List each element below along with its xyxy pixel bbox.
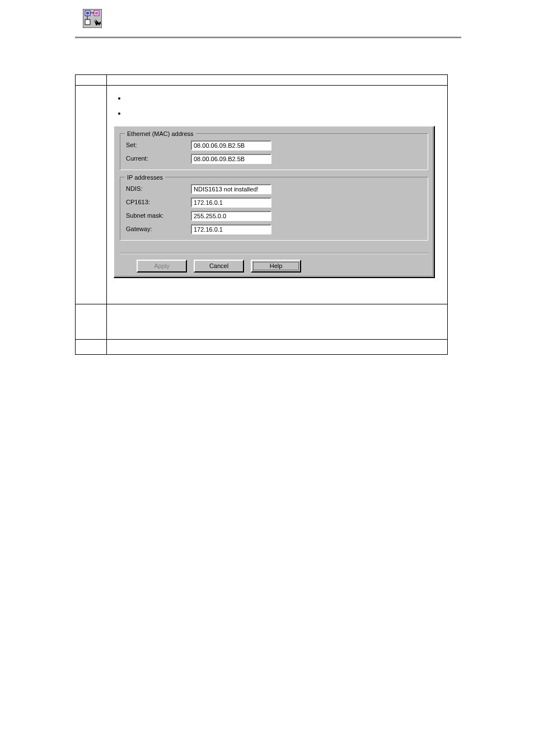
gateway-label: Gateway: (126, 225, 191, 233)
cp1613-input[interactable] (191, 198, 271, 208)
subnet-label: Subnet mask: (126, 212, 191, 220)
bullet-item (126, 93, 441, 103)
apply-button[interactable]: Apply (137, 260, 187, 273)
svg-rect-4 (95, 12, 98, 15)
table-row (76, 340, 447, 354)
table-header-row (76, 75, 447, 86)
ip-group-title: IP addresses (125, 173, 165, 182)
cp1613-label: CP1613: (126, 198, 191, 206)
ndis-label: NDIS: (126, 185, 191, 193)
bullet-item (126, 109, 441, 118)
mac-address-group: Ethernet (MAC) address Set: Current: (120, 133, 428, 170)
address-dialog: Ethernet (MAC) address Set: Current: IP … (114, 126, 435, 278)
svg-rect-5 (85, 20, 90, 25)
ip-addresses-group: IP addresses NDIS: CP1613: Subnet mask: (120, 177, 428, 241)
dialog-separator (120, 253, 428, 254)
mac-group-title: Ethernet (MAC) address (125, 130, 196, 138)
svg-rect-2 (86, 12, 89, 15)
header-rule (75, 37, 461, 37)
ndis-input[interactable] (191, 184, 271, 194)
table-row: Ethernet (MAC) address Set: Current: IP … (76, 86, 447, 304)
app-icon (83, 9, 102, 28)
table-row (76, 304, 447, 340)
subnet-input[interactable] (191, 211, 271, 221)
main-table: Ethernet (MAC) address Set: Current: IP … (75, 74, 448, 355)
mac-set-input[interactable] (191, 140, 271, 151)
mac-current-input[interactable] (191, 154, 271, 164)
gateway-input[interactable] (191, 224, 271, 234)
cancel-button[interactable]: Cancel (194, 260, 244, 273)
mac-set-label: Set: (126, 141, 191, 149)
header-rule-shadow (75, 38, 461, 39)
help-button[interactable]: Help (251, 260, 301, 273)
mac-current-label: Current: (126, 154, 191, 163)
